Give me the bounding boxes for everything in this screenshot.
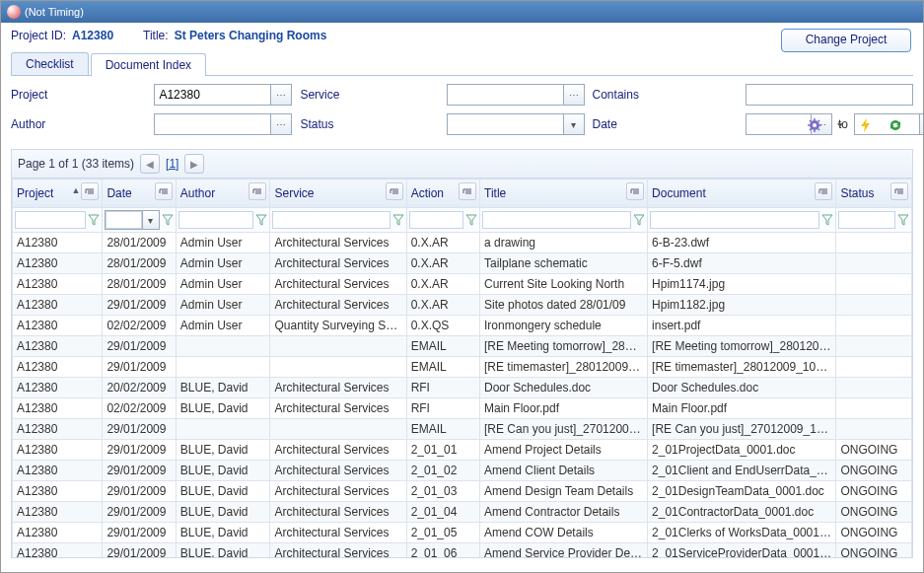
tab-checklist[interactable]: Checklist	[11, 52, 89, 75]
column-header-title[interactable]: Title	[480, 179, 648, 208]
filter-date-from-input[interactable]	[746, 114, 811, 134]
funnel-icon[interactable]	[392, 214, 404, 226]
filter-cell-status[interactable]	[838, 211, 895, 229]
cell-status	[836, 253, 912, 274]
cell-document: 2_01ServiceProviderData_0001.doc	[648, 543, 836, 559]
column-header-service[interactable]: Service	[270, 179, 406, 208]
column-header-status[interactable]: Status	[836, 179, 912, 208]
table-row[interactable]: A1238020/02/2009BLUE, DavidArchitectural…	[13, 378, 912, 398]
cell-service: Architectural Services	[270, 523, 406, 543]
column-header-project[interactable]: Project▲	[13, 179, 103, 208]
project-id-label: Project ID:	[11, 29, 66, 42]
table-row[interactable]: A1238029/01/2009Admin UserArchitectural …	[13, 295, 912, 316]
filter-date-to-picker[interactable]: ⋯	[919, 114, 924, 134]
cell-action: 0.X.AR	[406, 295, 479, 316]
filter-cell-date-dropdown[interactable]: ▾	[142, 211, 159, 229]
filter-status-input[interactable]	[448, 114, 563, 134]
cell-author: BLUE, David	[176, 481, 270, 502]
filter-author-picker[interactable]: ⋯	[270, 114, 291, 134]
funnel-icon[interactable]	[255, 214, 267, 226]
filter-cell-title[interactable]	[482, 211, 631, 229]
column-header-date[interactable]: Date	[103, 179, 176, 208]
filter-cell-service[interactable]	[272, 211, 390, 229]
column-header-document[interactable]: Document	[648, 179, 836, 208]
cell-service: Architectural Services	[270, 233, 406, 253]
filter-author-combo[interactable]: ⋯	[154, 113, 292, 135]
filter-service-input[interactable]	[448, 85, 563, 105]
group-icon[interactable]	[81, 182, 99, 200]
cell-project: A12380	[13, 378, 103, 398]
group-icon[interactable]	[890, 182, 908, 200]
filter-service-picker[interactable]: ⋯	[563, 85, 584, 105]
cell-service: Architectural Services	[270, 274, 406, 295]
filter-project-combo[interactable]: ⋯	[154, 84, 292, 106]
pager-next-button[interactable]: ▶	[184, 154, 204, 174]
chevron-down-icon[interactable]	[836, 117, 844, 133]
column-header-author[interactable]: Author	[176, 179, 270, 208]
table-row[interactable]: A1238028/01/2009Admin UserArchitectural …	[13, 274, 912, 295]
svg-point-1	[813, 123, 817, 127]
pager-prev-button[interactable]: ◀	[140, 154, 160, 174]
pager-page-1[interactable]: [1]	[166, 157, 178, 171]
cell-project: A12380	[13, 440, 103, 461]
cell-project: A12380	[13, 481, 103, 502]
filter-author-input[interactable]	[155, 114, 270, 134]
filter-cell-author[interactable]	[178, 211, 254, 229]
table-row[interactable]: A1238029/01/2009EMAIL[RE Meeting tomorro…	[13, 336, 912, 357]
group-icon[interactable]	[459, 182, 476, 200]
table-row[interactable]: A1238029/01/2009BLUE, DavidArchitectural…	[13, 502, 912, 523]
table-row[interactable]: A1238029/01/2009EMAIL[RE Can you just]_2…	[13, 419, 912, 440]
group-icon[interactable]	[249, 182, 266, 200]
tab-document-index[interactable]: Document Index	[91, 53, 206, 76]
filter-cell-project[interactable]	[15, 211, 86, 229]
funnel-icon[interactable]	[88, 214, 100, 226]
table-row[interactable]: A1238029/01/2009EMAIL[RE timemaster]_280…	[13, 357, 912, 378]
filter-contains-field[interactable]	[746, 84, 913, 106]
document-grid[interactable]: Project▲ Date Author Service Action Titl…	[11, 178, 913, 558]
filter-cell-action[interactable]	[409, 211, 463, 229]
group-icon[interactable]	[815, 182, 832, 200]
cell-action: 0.X.AR	[406, 253, 479, 274]
table-row[interactable]: A1238028/01/2009Admin UserArchitectural …	[13, 233, 912, 253]
filter-project-input[interactable]	[155, 85, 270, 105]
filter-service-combo[interactable]: ⋯	[447, 84, 585, 106]
cell-author: BLUE, David	[176, 378, 270, 398]
table-row[interactable]: A1238029/01/2009BLUE, DavidArchitectural…	[13, 543, 912, 559]
filter-status-dropdown[interactable]: ▾	[563, 114, 584, 134]
filter-contains-input[interactable]	[746, 85, 912, 105]
cell-date: 29/01/2009	[103, 295, 176, 316]
table-row[interactable]: A1238029/01/2009BLUE, DavidArchitectural…	[13, 523, 912, 543]
funnel-icon[interactable]	[633, 214, 645, 226]
funnel-icon[interactable]	[821, 214, 833, 226]
cell-action: 2_01_04	[406, 502, 479, 523]
filter-cell-date[interactable]	[106, 211, 141, 229]
group-icon[interactable]	[155, 182, 173, 200]
cell-project: A12380	[13, 523, 103, 543]
change-project-button[interactable]: Change Project	[781, 29, 911, 52]
gear-icon[interactable]	[807, 117, 822, 133]
filter-cell-document[interactable]	[650, 211, 819, 229]
filter-status-combo[interactable]: ▾	[447, 113, 585, 135]
funnel-icon[interactable]	[897, 214, 909, 226]
table-row[interactable]: A1238028/01/2009Admin UserArchitectural …	[13, 253, 912, 274]
project-title-value: St Peters Changing Rooms	[175, 29, 327, 42]
table-row[interactable]: A1238029/01/2009BLUE, DavidArchitectural…	[13, 481, 912, 502]
cell-status	[836, 336, 912, 357]
funnel-icon[interactable]	[465, 214, 477, 226]
filter-project-picker[interactable]: ⋯	[270, 85, 291, 105]
cell-title: [RE Meeting tomorrow]_2801200...	[480, 336, 648, 357]
refresh-icon[interactable]	[888, 117, 903, 133]
lightning-icon[interactable]	[858, 117, 874, 133]
group-icon[interactable]	[386, 182, 403, 200]
table-row[interactable]: A1238002/02/2009Admin UserQuantity Surve…	[13, 316, 912, 336]
cell-date: 29/01/2009	[103, 502, 176, 523]
group-icon[interactable]	[626, 182, 644, 200]
funnel-icon[interactable]	[162, 214, 174, 226]
table-row[interactable]: A1238029/01/2009BLUE, DavidArchitectural…	[13, 440, 912, 461]
table-row[interactable]: A1238029/01/2009BLUE, DavidArchitectural…	[13, 461, 912, 481]
cell-action: EMAIL	[406, 419, 479, 440]
cell-status	[836, 233, 912, 253]
column-header-action[interactable]: Action	[406, 179, 479, 208]
cell-date: 29/01/2009	[103, 440, 176, 461]
table-row[interactable]: A1238002/02/2009BLUE, DavidArchitectural…	[13, 398, 912, 419]
